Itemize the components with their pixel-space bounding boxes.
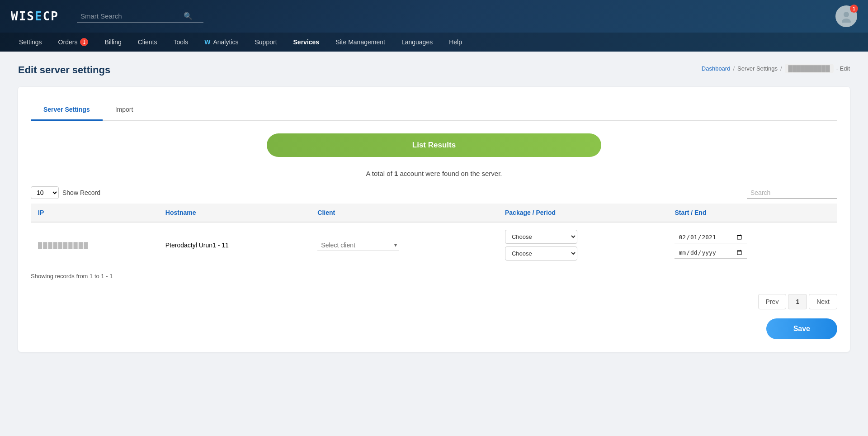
date-cell	[675, 232, 830, 259]
page-number[interactable]: 1	[788, 294, 807, 309]
start-date-input[interactable]	[675, 232, 747, 243]
sidebar-item-wanalytics[interactable]: WAnalytics	[196, 33, 246, 51]
notification-badge: 1	[850, 5, 858, 13]
content-card: Server Settings Import List Results A to…	[18, 87, 850, 352]
data-table: IP Hostname Client Package / Period Star…	[31, 204, 837, 268]
sidebar-item-billing[interactable]: Billing	[96, 33, 129, 51]
cell-dates	[667, 222, 837, 268]
nav-w: W	[204, 38, 210, 46]
cell-package: Choose Choose	[498, 222, 668, 268]
page-title: Edit server settings	[18, 64, 110, 76]
summary-prefix: A total of	[366, 170, 394, 177]
table-controls: 10 25 50 100 Show Record	[31, 186, 837, 199]
cell-client: Select client	[310, 222, 498, 268]
sidebar-item-services[interactable]: Services	[285, 33, 328, 51]
save-row: Save	[31, 318, 837, 339]
col-hostname: Hostname	[158, 204, 311, 222]
summary-suffix: account were found on the server.	[398, 170, 502, 177]
col-client: Client	[310, 204, 498, 222]
prev-button[interactable]: Prev	[758, 294, 787, 309]
sidebar-item-languages[interactable]: Languages	[393, 33, 441, 51]
breadcrumb-server-settings: Server Settings	[737, 65, 778, 72]
nav-label: Orders	[58, 38, 78, 46]
end-date-input[interactable]	[675, 247, 747, 259]
show-record-control: 10 25 50 100 Show Record	[31, 186, 100, 199]
tab-label: Server Settings	[43, 106, 90, 113]
nav-label: Help	[449, 38, 462, 46]
tab-import[interactable]: Import	[103, 100, 146, 121]
main-content: Edit server settings Dashboard / Server …	[0, 52, 868, 365]
sidebar-item-orders[interactable]: Orders 1	[50, 33, 97, 52]
list-results-button[interactable]: List Results	[267, 133, 601, 157]
orders-badge: 1	[80, 38, 88, 46]
sidebar-item-support[interactable]: Support	[246, 33, 285, 51]
nav-label: Tools	[174, 38, 189, 46]
main-nav: Settings Orders 1 Billing Clients Tools …	[0, 33, 868, 52]
sidebar-item-clients[interactable]: Clients	[130, 33, 165, 51]
save-button[interactable]: Save	[766, 318, 837, 339]
cell-ip: ██████████	[31, 222, 158, 268]
nav-label: Site Management	[335, 38, 385, 46]
col-ip: IP	[31, 204, 158, 222]
breadcrumb-blurred: ██████████	[785, 64, 834, 73]
nav-label: Languages	[401, 38, 433, 46]
nav-label: Analytics	[213, 38, 238, 46]
nav-label: Billing	[104, 38, 121, 46]
search-icon[interactable]: 🔍	[184, 12, 193, 20]
header: WISECP 🔍 1 Settings Order	[0, 0, 868, 52]
col-package: Package / Period	[498, 204, 668, 222]
package-cell: Choose Choose	[505, 230, 660, 261]
client-select[interactable]: Select client	[317, 240, 399, 251]
search-bar[interactable]: 🔍	[77, 10, 203, 23]
next-button[interactable]: Next	[809, 294, 837, 309]
header-right: 1	[835, 5, 857, 27]
logo: WISECP	[11, 9, 59, 23]
breadcrumb: Dashboard / Server Settings / ██████████…	[702, 64, 850, 73]
search-input[interactable]	[80, 12, 180, 20]
table-search-input[interactable]	[747, 187, 837, 199]
pagination: Prev 1 Next	[758, 294, 837, 309]
breadcrumb-row: Edit server settings Dashboard / Server …	[18, 64, 850, 76]
cell-hostname: Pterodactyl Urun1 - 11	[158, 222, 311, 268]
summary-text: A total of 1 account were found on the s…	[31, 170, 837, 177]
svg-point-1	[842, 19, 851, 23]
nav-label: Clients	[138, 38, 157, 46]
show-record-label: Show Record	[62, 189, 100, 196]
breadcrumb-dashboard[interactable]: Dashboard	[702, 65, 731, 72]
sidebar-item-tools[interactable]: Tools	[165, 33, 197, 51]
breadcrumb-sep2: /	[780, 65, 782, 72]
table-row: ██████████ Pterodactyl Urun1 - 11 Select…	[31, 222, 837, 268]
sidebar-item-site-management[interactable]: Site Management	[327, 33, 393, 51]
svg-point-0	[844, 12, 849, 17]
hostname-value: Pterodactyl Urun1 - 11	[165, 242, 229, 249]
notification-wrapper[interactable]: 1	[835, 5, 857, 27]
nav-label: Services	[293, 38, 320, 46]
tab-label: Import	[115, 106, 133, 113]
nav-label: Support	[255, 38, 277, 46]
tabs: Server Settings Import	[31, 100, 837, 121]
records-per-page-select[interactable]: 10 25 50 100	[31, 186, 59, 199]
package-select-2[interactable]: Choose	[505, 246, 577, 261]
package-select-1[interactable]: Choose	[505, 230, 577, 244]
nav-label: Settings	[19, 38, 42, 46]
breadcrumb-sep1: /	[733, 65, 735, 72]
tab-server-settings[interactable]: Server Settings	[31, 100, 103, 121]
breadcrumb-edit: - Edit	[836, 65, 850, 72]
ip-blurred: ██████████	[38, 242, 89, 249]
sidebar-item-help[interactable]: Help	[441, 33, 470, 51]
sidebar-item-settings[interactable]: Settings	[11, 33, 50, 51]
client-select-wrapper: Select client	[317, 240, 399, 251]
col-start-end: Start / End	[667, 204, 837, 222]
showing-records: Showing records from 1 to 1 - 1	[31, 273, 837, 280]
